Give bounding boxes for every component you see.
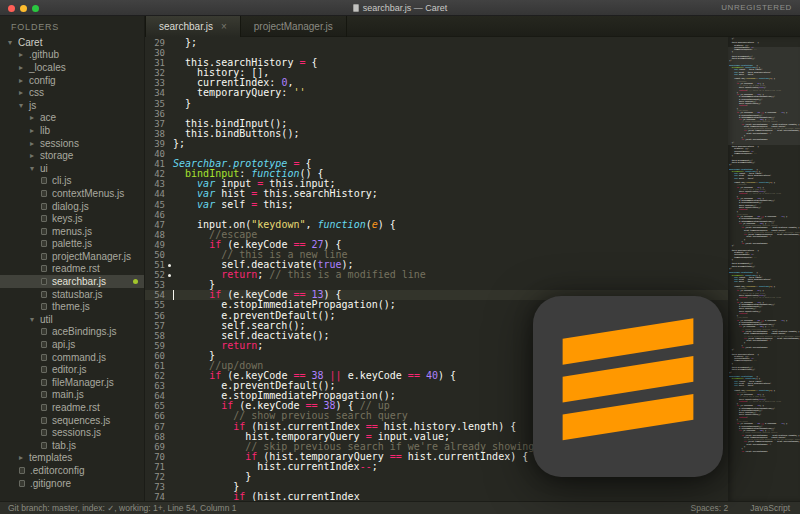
sidebar-folder-config[interactable]: ▸config xyxy=(0,74,144,87)
sidebar-file-menus.js[interactable]: menus.js xyxy=(0,225,144,238)
line-number[interactable]: 49 xyxy=(145,240,165,250)
line-number[interactable]: 30 xyxy=(145,48,165,58)
line-number[interactable]: 34 xyxy=(145,88,165,98)
line-number[interactable]: 58 xyxy=(145,331,165,341)
disclosure-arrow-icon[interactable]: ▸ xyxy=(19,76,29,85)
line-number[interactable]: 61 xyxy=(145,361,165,371)
disclosure-arrow-icon[interactable]: ▾ xyxy=(30,315,40,324)
sidebar-folder-css[interactable]: ▸css xyxy=(0,86,144,99)
code-line[interactable]: 29 }; xyxy=(145,38,728,48)
disclosure-arrow-icon[interactable]: ▸ xyxy=(30,139,40,148)
sidebar-folder-ui[interactable]: ▾ui xyxy=(0,162,144,175)
sidebar-file-.editorconfig[interactable]: .editorconfig xyxy=(0,464,144,477)
code-line[interactable]: 74 if (hist.currentIndex xyxy=(145,492,728,501)
sidebar-file-fileManager.js[interactable]: fileManager.js xyxy=(0,376,144,389)
sidebar-folder-templates[interactable]: ▸templates xyxy=(0,452,144,465)
line-number[interactable]: 33 xyxy=(145,78,165,88)
line-number[interactable]: 72 xyxy=(145,472,165,482)
sidebar-file-dialog.js[interactable]: dialog.js xyxy=(0,200,144,213)
sidebar-folder-js[interactable]: ▾js xyxy=(0,99,144,112)
sidebar-file-theme.js[interactable]: theme.js xyxy=(0,300,144,313)
line-number[interactable]: 42 xyxy=(145,169,165,179)
code-line[interactable]: 34 temporaryQuery: '' xyxy=(145,88,728,98)
line-number[interactable]: 70 xyxy=(145,452,165,462)
line-number[interactable]: 66 xyxy=(145,411,165,421)
sidebar-file-command.js[interactable]: command.js xyxy=(0,351,144,364)
sidebar-file-sessions.js[interactable]: sessions.js xyxy=(0,426,144,439)
sidebar-file-palette.js[interactable]: palette.js xyxy=(0,238,144,251)
sidebar-file-statusbar.js[interactable]: statusbar.js xyxy=(0,288,144,301)
line-number[interactable]: 65 xyxy=(145,401,165,411)
line-number[interactable]: 51 xyxy=(145,260,165,270)
disclosure-arrow-icon[interactable]: ▸ xyxy=(30,151,40,160)
line-number[interactable]: 55 xyxy=(145,300,165,310)
line-number[interactable]: 74 xyxy=(145,492,165,501)
sidebar-file-searchbar.js[interactable]: searchbar.js xyxy=(0,275,144,288)
tab-close-icon[interactable]: × xyxy=(221,22,227,32)
line-number[interactable]: 60 xyxy=(145,351,165,361)
code-line[interactable]: 38 this.bindButtons(); xyxy=(145,129,728,139)
line-number[interactable]: 67 xyxy=(145,422,165,432)
line-number[interactable]: 68 xyxy=(145,432,165,442)
sidebar-folder-_locales[interactable]: ▸_locales xyxy=(0,61,144,74)
sidebar-file-projectManager.js[interactable]: projectManager.js xyxy=(0,250,144,263)
sidebar-folder-sessions[interactable]: ▸sessions xyxy=(0,137,144,150)
sidebar-file-tab.js[interactable]: tab.js xyxy=(0,439,144,452)
sidebar-folder-lib[interactable]: ▸lib xyxy=(0,124,144,137)
line-number[interactable]: 35 xyxy=(145,99,165,109)
line-number[interactable]: 36 xyxy=(145,109,165,119)
code-line[interactable]: 35 } xyxy=(145,99,728,109)
line-number[interactable]: 73 xyxy=(145,482,165,492)
line-number[interactable]: 54 xyxy=(145,290,165,300)
line-number[interactable]: 50 xyxy=(145,250,165,260)
disclosure-arrow-icon[interactable]: ▾ xyxy=(8,38,18,47)
line-number[interactable]: 53 xyxy=(145,280,165,290)
line-number[interactable]: 32 xyxy=(145,68,165,78)
line-number[interactable]: 37 xyxy=(145,119,165,129)
sidebar-file-aceBindings.js[interactable]: aceBindings.js xyxy=(0,326,144,339)
minimap[interactable]: }; this.searchHistory = { history: [], c… xyxy=(728,37,800,501)
disclosure-arrow-icon[interactable]: ▸ xyxy=(30,113,40,122)
line-number[interactable]: 43 xyxy=(145,179,165,189)
line-number[interactable]: 29 xyxy=(145,38,165,48)
disclosure-arrow-icon[interactable]: ▾ xyxy=(19,101,29,110)
disclosure-arrow-icon[interactable]: ▸ xyxy=(30,126,40,135)
sidebar-folder-ace[interactable]: ▸ace xyxy=(0,112,144,125)
sidebar-file-contextMenus.js[interactable]: contextMenus.js xyxy=(0,187,144,200)
line-number[interactable]: 47 xyxy=(145,220,165,230)
sidebar-file-sequences.js[interactable]: sequences.js xyxy=(0,414,144,427)
line-number[interactable]: 45 xyxy=(145,200,165,210)
disclosure-arrow-icon[interactable]: ▸ xyxy=(19,50,29,59)
sidebar-file-keys.js[interactable]: keys.js xyxy=(0,212,144,225)
line-number[interactable]: 39 xyxy=(145,139,165,149)
minimap-viewport[interactable] xyxy=(728,47,800,145)
sidebar-file-readme.rst[interactable]: readme.rst xyxy=(0,263,144,276)
sidebar-folder-util[interactable]: ▾util xyxy=(0,313,144,326)
line-number[interactable]: 40 xyxy=(145,149,165,159)
disclosure-arrow-icon[interactable]: ▾ xyxy=(30,164,40,173)
sidebar-file-api.js[interactable]: api.js xyxy=(0,338,144,351)
line-number[interactable]: 31 xyxy=(145,58,165,68)
sidebar-file-main.js[interactable]: main.js xyxy=(0,389,144,402)
line-number[interactable]: 41 xyxy=(145,159,165,169)
line-number[interactable]: 38 xyxy=(145,129,165,139)
tab-projectManager.js[interactable]: projectManager.js xyxy=(241,16,347,37)
sidebar-file-editor.js[interactable]: editor.js xyxy=(0,363,144,376)
line-number[interactable]: 59 xyxy=(145,341,165,351)
sidebar-folder-Caret[interactable]: ▾Caret xyxy=(0,36,144,49)
indentation-setting[interactable]: Spaces: 2 xyxy=(691,503,729,513)
line-number[interactable]: 71 xyxy=(145,462,165,472)
line-number[interactable]: 57 xyxy=(145,321,165,331)
line-number[interactable]: 62 xyxy=(145,371,165,381)
tab-searchbar.js[interactable]: searchbar.js× xyxy=(145,16,241,37)
code-line[interactable]: 52 return; // this is a modified line xyxy=(145,270,728,280)
code-line[interactable]: 45 var self = this; xyxy=(145,200,728,210)
sidebar-folder-.github[interactable]: ▸.github xyxy=(0,49,144,62)
line-number[interactable]: 48 xyxy=(145,230,165,240)
line-number[interactable]: 44 xyxy=(145,189,165,199)
disclosure-arrow-icon[interactable]: ▸ xyxy=(19,453,29,462)
line-number[interactable]: 46 xyxy=(145,210,165,220)
syntax-selector[interactable]: JavaScript xyxy=(750,503,790,513)
line-number[interactable]: 64 xyxy=(145,391,165,401)
line-number[interactable]: 63 xyxy=(145,381,165,391)
